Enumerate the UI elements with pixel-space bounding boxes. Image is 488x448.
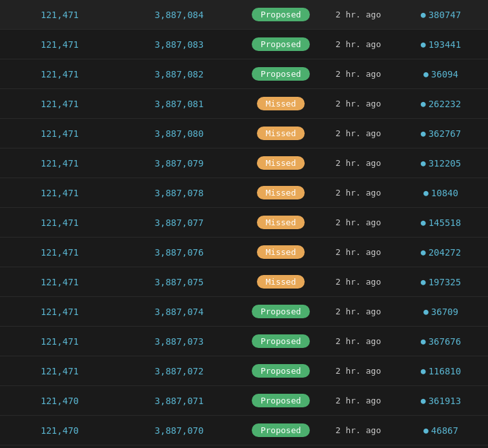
validator-link[interactable]: ● 145518 bbox=[394, 218, 488, 228]
validator-link[interactable]: ● 10840 bbox=[394, 188, 488, 198]
table-row[interactable]: 121,471 3,887,075 Missed 2 hr. ago ● 197… bbox=[0, 267, 488, 297]
table-row[interactable]: 121,470 3,887,071 Proposed 2 hr. ago ● 3… bbox=[0, 386, 488, 416]
block-number[interactable]: 121,471 bbox=[0, 336, 119, 347]
validator-id[interactable]: 197325 bbox=[429, 277, 462, 287]
slot-number[interactable]: 3,887,079 bbox=[119, 158, 239, 168]
validator-link[interactable]: ● 361913 bbox=[394, 396, 488, 406]
time-ago: 2 hr. ago bbox=[323, 128, 394, 138]
slot-number[interactable]: 3,887,084 bbox=[119, 10, 239, 20]
table-row[interactable]: 121,471 3,887,078 Missed 2 hr. ago ● 108… bbox=[0, 178, 488, 208]
time-ago: 2 hr. ago bbox=[323, 188, 394, 198]
status-badge: Missed bbox=[239, 186, 323, 199]
validator-link[interactable]: ● 36709 bbox=[394, 307, 488, 317]
validator-id[interactable]: 361913 bbox=[429, 396, 462, 406]
slot-number[interactable]: 3,887,082 bbox=[119, 69, 239, 79]
slot-number[interactable]: 3,887,077 bbox=[119, 218, 239, 228]
slot-number[interactable]: 3,887,071 bbox=[119, 396, 239, 406]
person-icon: ● bbox=[421, 218, 426, 227]
validator-id[interactable]: 116810 bbox=[429, 366, 462, 376]
slot-number[interactable]: 3,887,076 bbox=[119, 247, 239, 258]
block-number[interactable]: 121,471 bbox=[0, 128, 119, 139]
table-row[interactable]: 121,471 3,887,084 Proposed 2 hr. ago ● 3… bbox=[0, 0, 488, 30]
validator-link[interactable]: ● 204272 bbox=[394, 247, 488, 258]
slot-number[interactable]: 3,887,083 bbox=[119, 39, 239, 50]
block-number[interactable]: 121,471 bbox=[0, 39, 119, 50]
block-number[interactable]: 121,470 bbox=[0, 396, 119, 406]
status-badge: Proposed bbox=[239, 67, 323, 81]
block-number[interactable]: 121,471 bbox=[0, 158, 119, 168]
slot-number[interactable]: 3,887,078 bbox=[119, 188, 239, 198]
validator-id[interactable]: 362767 bbox=[429, 128, 462, 139]
person-icon: ● bbox=[421, 158, 426, 168]
time-ago: 2 hr. ago bbox=[323, 10, 394, 19]
validator-id[interactable]: 380747 bbox=[429, 10, 462, 20]
validator-id[interactable]: 145518 bbox=[429, 218, 462, 228]
status-badge: Proposed bbox=[239, 305, 323, 318]
time-ago: 2 hr. ago bbox=[323, 425, 394, 435]
block-number[interactable]: 121,471 bbox=[0, 99, 119, 109]
table-row[interactable]: 121,471 3,887,079 Missed 2 hr. ago ● 312… bbox=[0, 148, 488, 178]
person-icon: ● bbox=[421, 366, 426, 376]
slot-number[interactable]: 3,887,074 bbox=[119, 307, 239, 317]
validator-link[interactable]: ● 116810 bbox=[394, 366, 488, 376]
time-ago: 2 hr. ago bbox=[323, 366, 394, 376]
validator-id[interactable]: 262232 bbox=[429, 99, 462, 109]
slot-number[interactable]: 3,887,070 bbox=[119, 425, 239, 436]
block-number[interactable]: 121,471 bbox=[0, 188, 119, 198]
block-number[interactable]: 121,471 bbox=[0, 218, 119, 228]
status-badge: Missed bbox=[239, 97, 323, 110]
validator-id[interactable]: 10840 bbox=[431, 188, 458, 198]
validator-link[interactable]: ● 197325 bbox=[394, 277, 488, 287]
time-ago: 2 hr. ago bbox=[323, 99, 394, 108]
table-row[interactable]: 121,471 3,887,073 Proposed 2 hr. ago ● 3… bbox=[0, 327, 488, 356]
table-row[interactable]: 121,471 3,887,083 Proposed 2 hr. ago ● 1… bbox=[0, 30, 488, 59]
validator-id[interactable]: 312205 bbox=[429, 158, 462, 168]
status-badge: Missed bbox=[239, 216, 323, 229]
slot-number[interactable]: 3,887,073 bbox=[119, 336, 239, 347]
validator-id[interactable]: 46867 bbox=[431, 425, 458, 436]
validator-link[interactable]: ● 362767 bbox=[394, 128, 488, 139]
block-number[interactable]: 121,471 bbox=[0, 366, 119, 376]
validator-link[interactable]: ● 367676 bbox=[394, 336, 488, 347]
block-number[interactable]: 121,471 bbox=[0, 277, 119, 287]
slot-number[interactable]: 3,887,080 bbox=[119, 128, 239, 139]
table-row[interactable]: 121,471 3,887,074 Proposed 2 hr. ago ● 3… bbox=[0, 297, 488, 327]
table-row[interactable]: 121,471 3,887,076 Missed 2 hr. ago ● 204… bbox=[0, 238, 488, 267]
status-badge: Proposed bbox=[239, 423, 323, 437]
validator-link[interactable]: ● 380747 bbox=[394, 10, 488, 20]
data-table: 121,471 3,887,084 Proposed 2 hr. ago ● 3… bbox=[0, 0, 488, 448]
time-ago: 2 hr. ago bbox=[323, 39, 394, 49]
time-ago: 2 hr. ago bbox=[323, 247, 394, 257]
validator-id[interactable]: 36094 bbox=[431, 69, 458, 79]
time-ago: 2 hr. ago bbox=[323, 69, 394, 79]
block-number[interactable]: 121,470 bbox=[0, 425, 119, 436]
table-row[interactable]: 121,471 3,887,077 Missed 2 hr. ago ● 145… bbox=[0, 208, 488, 238]
validator-id[interactable]: 36709 bbox=[431, 307, 458, 317]
person-icon: ● bbox=[421, 39, 426, 49]
validator-link[interactable]: ● 36094 bbox=[394, 69, 488, 79]
validator-id[interactable]: 193441 bbox=[429, 39, 462, 50]
validator-id[interactable]: 367676 bbox=[429, 336, 462, 347]
validator-link[interactable]: ● 312205 bbox=[394, 158, 488, 168]
validator-link[interactable]: ● 262232 bbox=[394, 99, 488, 109]
status-badge: Proposed bbox=[239, 334, 323, 348]
block-number[interactable]: 121,471 bbox=[0, 247, 119, 258]
block-number[interactable]: 121,471 bbox=[0, 69, 119, 79]
person-icon: ● bbox=[421, 277, 426, 287]
slot-number[interactable]: 3,887,075 bbox=[119, 277, 239, 287]
table-row[interactable]: 121,471 3,887,081 Missed 2 hr. ago ● 262… bbox=[0, 89, 488, 119]
validator-link[interactable]: ● 193441 bbox=[394, 39, 488, 50]
table-row[interactable]: 121,470 3,887,070 Proposed 2 hr. ago ● 4… bbox=[0, 416, 488, 445]
status-badge: Proposed bbox=[239, 37, 323, 51]
table-row[interactable]: 121,471 3,887,080 Missed 2 hr. ago ● 362… bbox=[0, 119, 488, 148]
validator-link[interactable]: ● 46867 bbox=[394, 425, 488, 436]
table-row[interactable]: 121,471 3,887,072 Proposed 2 hr. ago ● 1… bbox=[0, 356, 488, 386]
validator-id[interactable]: 204272 bbox=[429, 247, 462, 258]
slot-number[interactable]: 3,887,081 bbox=[119, 99, 239, 109]
slot-number[interactable]: 3,887,072 bbox=[119, 366, 239, 376]
block-number[interactable]: 121,471 bbox=[0, 10, 119, 20]
status-badge: Missed bbox=[239, 156, 323, 170]
block-number[interactable]: 121,471 bbox=[0, 307, 119, 317]
person-icon: ● bbox=[423, 188, 429, 198]
table-row[interactable]: 121,471 3,887,082 Proposed 2 hr. ago ● 3… bbox=[0, 59, 488, 89]
